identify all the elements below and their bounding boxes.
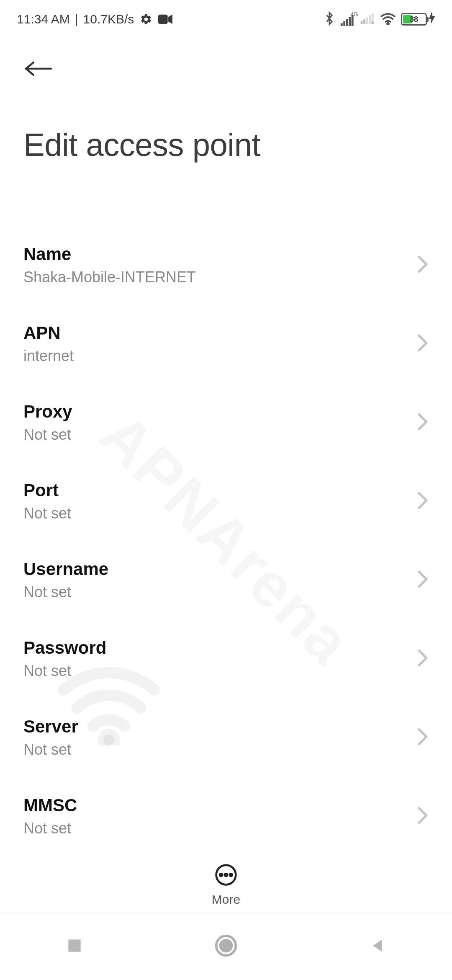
svg-point-18 (230, 874, 232, 876)
row-value: Shaka-Mobile-INTERNET (23, 268, 196, 286)
row-value: internet (23, 347, 74, 365)
more-icon (214, 863, 238, 888)
bottom-action-bar: More (0, 863, 452, 913)
chevron-right-icon (417, 649, 429, 669)
svg-text:✕: ✕ (370, 20, 375, 24)
row-label: Server (23, 717, 78, 737)
battery-percent: 38 (402, 15, 426, 24)
status-left: 11:34 AM | 10.7KB/s (17, 12, 172, 26)
svg-rect-19 (68, 939, 80, 952)
svg-rect-4 (349, 17, 351, 26)
row-username[interactable]: Username Not set (23, 541, 429, 619)
signal-sim2-icon: ✕ (360, 13, 375, 26)
row-port[interactable]: Port Not set (23, 462, 429, 541)
svg-rect-3 (346, 19, 348, 26)
page-title: Edit access point (23, 126, 429, 163)
svg-point-21 (219, 939, 233, 953)
camera-icon (158, 14, 172, 24)
row-label: Password (23, 638, 106, 658)
svg-rect-2 (343, 21, 345, 26)
row-label: Proxy (23, 402, 72, 422)
chevron-right-icon (417, 491, 429, 511)
row-value: Not set (23, 505, 71, 522)
svg-rect-7 (363, 19, 365, 24)
row-apn[interactable]: APN internet (23, 304, 429, 383)
signal-sim1-icon (340, 15, 355, 28)
row-mmsc[interactable]: MMSC Not set (23, 777, 429, 856)
status-right: 4G ✕ 38 (324, 11, 435, 28)
chevron-right-icon (417, 334, 429, 354)
chevron-right-icon (417, 413, 429, 433)
status-network-speed: 10.7KB/s (83, 12, 134, 26)
row-label: Username (23, 559, 108, 579)
svg-rect-1 (341, 23, 343, 26)
more-button[interactable]: More (212, 863, 240, 907)
nav-home-button[interactable] (214, 934, 238, 959)
row-value: Not set (23, 426, 72, 444)
row-name[interactable]: Name Shaka-Mobile-INTERNET (23, 226, 429, 304)
bluetooth-icon (324, 11, 335, 27)
row-value: Not set (23, 662, 106, 680)
row-label: MMSC (23, 795, 77, 815)
svg-rect-8 (366, 17, 368, 24)
row-server[interactable]: Server Not set (23, 698, 429, 777)
nav-back-button[interactable] (368, 936, 387, 957)
svg-rect-0 (158, 15, 168, 24)
chevron-right-icon (417, 727, 429, 748)
wifi-icon (380, 12, 396, 26)
row-label: Name (23, 244, 196, 264)
row-value: Not set (23, 583, 108, 601)
chevron-right-icon (417, 806, 429, 826)
status-bar: 11:34 AM | 10.7KB/s 4G ✕ 38 (0, 0, 452, 34)
row-label: Port (23, 480, 71, 500)
chevron-right-icon (417, 255, 429, 275)
charging-icon (429, 12, 435, 27)
svg-point-12 (387, 23, 389, 25)
row-label: APN (23, 323, 74, 343)
chevron-right-icon (417, 570, 429, 590)
system-navigation-bar (0, 913, 452, 980)
header: Edit access point (0, 34, 452, 163)
row-value: Not set (23, 820, 77, 837)
nav-recent-button[interactable] (65, 936, 84, 957)
gear-icon (140, 13, 152, 26)
row-proxy[interactable]: Proxy Not set (23, 383, 429, 462)
row-value: Not set (23, 741, 78, 758)
status-separator: | (75, 12, 78, 26)
row-password[interactable]: Password Not set (23, 619, 429, 698)
svg-rect-5 (352, 15, 354, 26)
svg-point-16 (220, 874, 222, 876)
status-time: 11:34 AM (17, 12, 70, 26)
more-label: More (212, 892, 240, 907)
back-button[interactable] (23, 59, 54, 80)
svg-point-17 (225, 874, 227, 876)
battery-indicator: 38 (401, 12, 435, 27)
svg-rect-6 (361, 21, 363, 24)
settings-list: Name Shaka-Mobile-INTERNET APN internet … (0, 226, 452, 934)
